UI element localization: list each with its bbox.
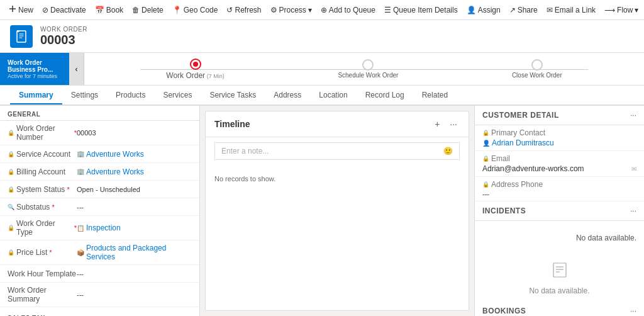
timeline-panel: Timeline + ··· Enter a note... 🙂 No reco… xyxy=(205,111,469,311)
form-panel: GENERAL 🔒 Work Order Number * 00003 🔒 Se… xyxy=(0,106,200,316)
lock-icon-service-account: 🔒 xyxy=(8,151,14,157)
lock-icon-billing-account: 🔒 xyxy=(8,169,14,175)
process-button[interactable]: ⚙ Process ▾ xyxy=(267,3,316,17)
assign-label: Assign xyxy=(478,6,501,14)
share-icon: ↗ xyxy=(509,6,516,14)
add-to-queue-button[interactable]: ⊕ Add to Queue xyxy=(317,3,379,17)
address-phone-value: --- xyxy=(482,190,636,198)
customer-detail-more-button[interactable]: ··· xyxy=(630,111,636,120)
queue-item-details-button[interactable]: ☰ Queue Item Details xyxy=(380,3,462,17)
email-link-button[interactable]: ✉ Email a Link xyxy=(543,3,599,17)
add-queue-icon: ⊕ xyxy=(321,6,327,14)
right-panel: CUSTOMER DETAIL ··· 🔒 Primary Contact 👤 … xyxy=(474,106,644,316)
step-circle-close xyxy=(531,59,543,71)
field-value-system-status: Open - Unscheduled xyxy=(77,186,192,193)
bpf-subtitle: Active for 7 minutes xyxy=(8,73,64,79)
required-system-status: * xyxy=(67,186,69,193)
flow-arrow-icon: ▾ xyxy=(635,6,638,14)
required-substatus: * xyxy=(52,203,54,211)
email-row: 🔒 Email Adrian@adventure-works.com ✉ xyxy=(475,151,644,177)
field-value-service-account[interactable]: 🏢 Adventure Works xyxy=(77,150,192,159)
field-label-work-order-summary: Work Order Summary xyxy=(8,286,77,303)
field-value-substatus: --- xyxy=(77,203,192,211)
field-value-price-list[interactable]: 📦 Products and Packaged Services xyxy=(77,244,192,261)
incidents-no-data-center: No data available. xyxy=(475,255,644,302)
address-phone-row: 🔒 Address Phone --- xyxy=(475,177,644,201)
timeline-add-button[interactable]: + xyxy=(432,118,442,130)
deactivate-button[interactable]: ⊘ Deactivate xyxy=(38,3,90,17)
field-row-work-order-type: 🔒 Work Order Type * 📋 Inspection xyxy=(0,216,199,240)
tab-service-tasks[interactable]: Service Tasks xyxy=(201,87,265,104)
field-label-price-list: 🔒 Price List * xyxy=(8,248,77,257)
process-step-work-order[interactable]: Work Order (7 Min) xyxy=(166,59,225,80)
delete-button[interactable]: 🗑 Delete xyxy=(128,3,167,17)
tab-summary[interactable]: Summary xyxy=(10,87,62,104)
field-row-work-order-summary: Work Order Summary --- xyxy=(0,283,199,307)
refresh-label: Refresh xyxy=(235,6,261,14)
field-value-work-order-number: 00003 xyxy=(77,129,192,137)
assign-button[interactable]: 👤 Assign xyxy=(463,3,504,17)
field-row-work-order-number: 🔒 Work Order Number * 00003 xyxy=(0,121,199,145)
lock-icon-address-phone: 🔒 xyxy=(482,181,489,188)
step-circle-schedule xyxy=(362,59,374,71)
email-compose-icon: ✉ xyxy=(631,166,636,172)
process-step-close[interactable]: Close Work Order xyxy=(512,59,562,79)
timeline-more-button[interactable]: ··· xyxy=(447,118,460,130)
field-row-substatus: 🔍 Substatus * --- xyxy=(0,198,199,216)
process-collapse-button[interactable]: ‹ xyxy=(69,53,84,85)
field-row-billing-account: 🔒 Billing Account 🏢 Adventure Works xyxy=(0,163,199,181)
new-button[interactable]: New xyxy=(5,3,37,17)
address-phone-label: 🔒 Address Phone xyxy=(482,180,636,189)
share-label: Share xyxy=(518,6,538,14)
field-label-work-order-number: 🔒 Work Order Number * xyxy=(8,124,77,142)
process-label: Process xyxy=(279,6,306,14)
field-value-billing-account[interactable]: 🏢 Adventure Works xyxy=(77,167,192,176)
field-label-billing-account: 🔒 Billing Account xyxy=(8,167,77,176)
svg-rect-4 xyxy=(553,263,566,277)
email-link-label: Email a Link xyxy=(555,6,596,14)
bookings-more-button[interactable]: ··· xyxy=(630,307,636,315)
process-step-schedule[interactable]: Schedule Work Order xyxy=(338,59,398,79)
tab-products[interactable]: Products xyxy=(107,87,154,104)
deactivate-icon: ⊘ xyxy=(42,6,48,14)
tab-location[interactable]: Location xyxy=(310,87,356,104)
incidents-more-button[interactable]: ··· xyxy=(630,206,636,215)
tab-address[interactable]: Address xyxy=(265,87,310,104)
field-icon-work-order-type: 📋 xyxy=(77,225,84,232)
queue-item-label: Queue Item Details xyxy=(393,6,458,14)
tab-related[interactable]: Related xyxy=(413,87,457,104)
field-row-price-list: 🔒 Price List * 📦 Products and Packaged S… xyxy=(0,240,199,265)
flow-button[interactable]: ⟶ Flow ▾ xyxy=(601,3,642,17)
tab-record-log[interactable]: Record Log xyxy=(357,87,413,104)
geocode-button[interactable]: 📍 Geo Code xyxy=(169,3,222,17)
note-placeholder[interactable]: Enter a note... xyxy=(221,147,443,155)
primary-contact-value[interactable]: 👤 Adrian Dumitrascu xyxy=(482,138,636,147)
lock-icon-system-status: 🔒 xyxy=(8,186,14,193)
new-label: New xyxy=(18,6,33,14)
process-steps: Work Order (7 Min) Schedule Work Order C… xyxy=(84,59,644,80)
bpf-title: Work Order Business Pro... xyxy=(8,59,64,73)
delete-icon: 🗑 xyxy=(132,6,140,14)
customer-detail-header: CUSTOMER DETAIL ··· xyxy=(475,106,644,125)
refresh-button[interactable]: ↺ Refresh xyxy=(223,3,265,17)
queue-item-icon: ☰ xyxy=(384,6,391,14)
share-button[interactable]: ↗ Share xyxy=(506,3,541,17)
field-value-work-hour-template: --- xyxy=(77,270,192,278)
tab-settings[interactable]: Settings xyxy=(62,87,107,104)
primary-contact-row: 🔒 Primary Contact 👤 Adrian Dumitrascu xyxy=(475,125,644,151)
lock-icon-price-list: 🔒 xyxy=(8,249,14,256)
general-section-header: GENERAL xyxy=(0,106,199,121)
tabs-bar: Summary Settings Products Services Servi… xyxy=(0,86,644,106)
record-info: WORK ORDER 00003 xyxy=(40,26,87,47)
field-label-work-hour-template: Work Hour Template xyxy=(8,269,77,278)
bpf-banner: Work Order Business Pro... Active for 7 … xyxy=(0,53,69,85)
email-label: 🔒 Email xyxy=(482,154,636,163)
book-icon: 📅 xyxy=(95,6,104,14)
tab-services[interactable]: Services xyxy=(154,87,201,104)
record-icon xyxy=(10,25,33,48)
field-icon-billing-account: 🏢 xyxy=(77,168,84,175)
field-value-work-order-type[interactable]: 📋 Inspection xyxy=(77,223,192,232)
no-data-icon xyxy=(551,261,569,283)
toolbar: New ⊘ Deactivate 📅 Book 🗑 Delete 📍 Geo C… xyxy=(0,0,644,20)
book-button[interactable]: 📅 Book xyxy=(91,3,127,17)
